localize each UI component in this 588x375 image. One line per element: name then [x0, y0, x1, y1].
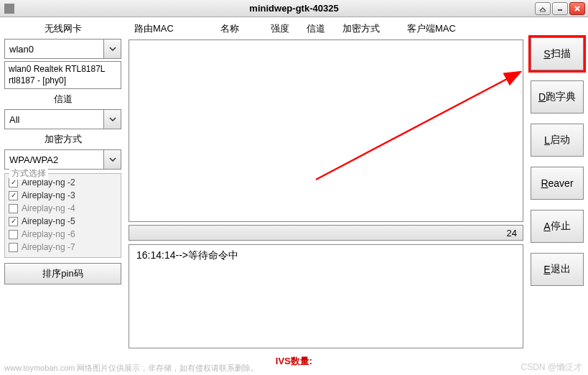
- wireless-combo[interactable]: wlan0: [4, 39, 121, 59]
- log-line: 16:14:14-->等待命令中: [136, 249, 238, 261]
- ivs-label: IVS数量:: [276, 355, 312, 368]
- header-encryption: 加密方式: [342, 22, 407, 35]
- header-mac: 路由MAC: [134, 22, 220, 35]
- checkbox-icon[interactable]: [9, 243, 18, 252]
- wireless-info: wlan0 Realtek RTL8187L rtl8187 - [phy0]: [4, 61, 121, 89]
- method-label: Aireplay-ng -3: [22, 190, 75, 200]
- checkbox-icon[interactable]: ✓: [9, 217, 18, 226]
- left-panel: 无线网卡 wlan0 wlan0 Realtek RTL8187L rtl818…: [0, 17, 126, 352]
- header-name: 名称: [220, 22, 271, 35]
- scan-button[interactable]: S扫描: [531, 37, 584, 70]
- center-panel: 路由MAC 名称 强度 信道 加密方式 客户端MAC 24 16:14:14--…: [126, 17, 526, 352]
- chevron-down-icon[interactable]: [103, 40, 121, 58]
- method-label: Aireplay-ng -7: [22, 242, 75, 252]
- method-group: 方式选择 ✓Aireplay-ng -2✓Aireplay-ng -3Airep…: [4, 173, 121, 258]
- header-signal: 强度: [271, 22, 307, 35]
- status-bar: 24: [129, 225, 523, 241]
- method-label: Aireplay-ng -6: [22, 229, 75, 239]
- app-icon: [4, 4, 14, 14]
- channel-value: All: [5, 110, 103, 129]
- method-row[interactable]: Aireplay-ng -4: [9, 202, 117, 215]
- right-panel: S扫描 D跑字典 L启动 Reaver A停止 E退出: [526, 17, 588, 352]
- wireless-label: 无线网卡: [4, 21, 121, 37]
- titlebar: minidwep-gtk-40325: [0, 0, 588, 17]
- exit-button[interactable]: E退出: [531, 253, 584, 286]
- method-row[interactable]: ✓Aireplay-ng -3: [9, 189, 117, 202]
- method-row[interactable]: Aireplay-ng -6: [9, 228, 117, 241]
- stop-button[interactable]: A停止: [531, 210, 584, 243]
- method-label: Aireplay-ng -5: [22, 216, 75, 226]
- close-button[interactable]: [569, 2, 585, 15]
- method-row[interactable]: ✓Aireplay-ng -5: [9, 215, 117, 228]
- channel-combo[interactable]: All: [4, 109, 121, 129]
- network-list[interactable]: [129, 40, 523, 222]
- main-layout: 无线网卡 wlan0 wlan0 Realtek RTL8187L rtl818…: [0, 17, 588, 352]
- launch-button[interactable]: L启动: [531, 124, 584, 157]
- wireless-value: wlan0: [5, 40, 103, 58]
- csdn-watermark: CSDN @懒泛才: [521, 361, 582, 374]
- method-label: Aireplay-ng -4: [22, 203, 75, 213]
- chevron-down-icon[interactable]: [103, 110, 121, 129]
- status-number: 24: [507, 228, 517, 239]
- method-row[interactable]: Aireplay-ng -7: [9, 241, 117, 254]
- reaver-button[interactable]: Reaver: [531, 167, 584, 200]
- column-headers: 路由MAC 名称 强度 信道 加密方式 客户端MAC: [129, 21, 523, 40]
- chevron-down-icon[interactable]: [103, 150, 121, 169]
- watermark: www.toymoban.com 网络图片仅供展示，非存储，如有侵权请联系删除。: [4, 363, 258, 374]
- dictionary-button[interactable]: D跑字典: [531, 80, 584, 114]
- header-client: 客户端MAC: [407, 22, 518, 35]
- checkbox-icon[interactable]: [9, 230, 18, 239]
- encryption-label: 加密方式: [4, 131, 121, 147]
- restore-button[interactable]: [535, 2, 551, 15]
- log-box: 16:14:14-->等待命令中: [129, 244, 523, 348]
- encryption-value: WPA/WPA2: [5, 150, 103, 169]
- window-controls: [535, 2, 585, 15]
- window-title: minidwep-gtk-40325: [249, 3, 338, 14]
- minimize-button[interactable]: [552, 2, 568, 15]
- header-channel: 信道: [307, 22, 342, 35]
- checkbox-icon[interactable]: [9, 204, 18, 213]
- channel-label: 信道: [4, 91, 121, 107]
- checkbox-icon[interactable]: ✓: [9, 191, 18, 200]
- method-legend: 方式选择: [9, 167, 48, 180]
- encryption-combo[interactable]: WPA/WPA2: [4, 149, 121, 170]
- sort-pin-button[interactable]: 排序pin码: [4, 263, 121, 284]
